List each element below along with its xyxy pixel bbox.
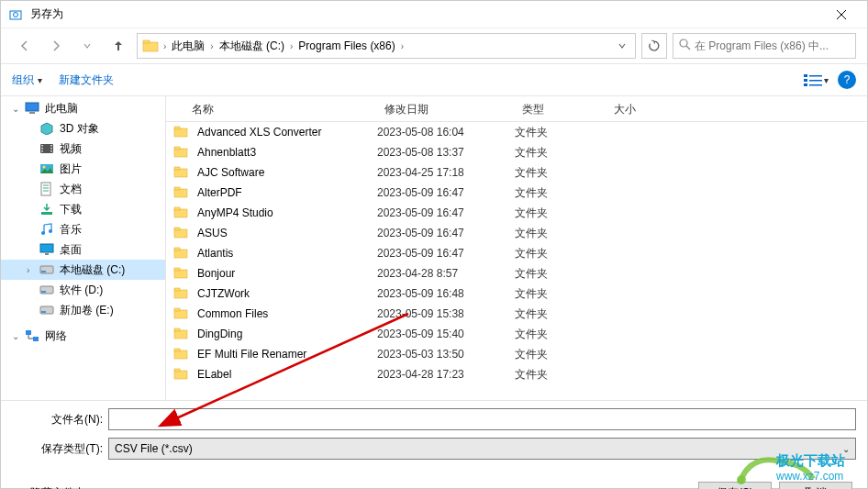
svg-rect-47 (174, 189, 187, 197)
file-type: 文件夹 (515, 246, 606, 261)
sidebar-item[interactable]: 桌面 (1, 239, 165, 260)
file-type: 文件夹 (515, 145, 606, 161)
chevron-down-icon: ▾ (38, 75, 42, 85)
svg-rect-6 (804, 74, 807, 77)
file-row[interactable]: AlterPDF2023-05-09 16:47文件夹 (166, 183, 867, 203)
breadcrumb-item[interactable]: Program Files (x86) (295, 39, 398, 52)
file-name: Atlantis (197, 247, 233, 260)
cancel-button[interactable]: 取消 (779, 482, 852, 489)
folder-icon (173, 327, 190, 342)
footer: 隐藏文件夹 保存(S) 取消 (1, 478, 867, 489)
sidebar-item-label: 音乐 (60, 222, 82, 238)
sidebar-item[interactable]: 新加卷 (E:) (1, 300, 165, 320)
sidebar-item[interactable]: 软件 (D:) (1, 280, 165, 300)
forward-button[interactable] (43, 33, 69, 59)
file-row[interactable]: Ahnenblatt32023-05-08 13:37文件夹 (166, 142, 867, 162)
file-row[interactable]: Common Files2023-05-09 15:38文件夹 (166, 304, 867, 324)
svg-rect-45 (174, 169, 187, 177)
file-type: 文件夹 (515, 286, 606, 302)
svg-rect-34 (41, 271, 46, 272)
download-icon (39, 202, 56, 217)
folder-icon (173, 286, 190, 302)
file-row[interactable]: ELabel2023-04-28 17:23文件夹 (166, 364, 867, 384)
sidebar-item[interactable]: 下载 (1, 199, 165, 219)
save-button[interactable]: 保存(S) (698, 482, 772, 489)
desktop-icon (39, 242, 56, 257)
back-button[interactable] (12, 33, 38, 59)
sidebar-item[interactable]: 音乐 (1, 219, 165, 239)
search-input[interactable] (695, 39, 850, 52)
file-row[interactable]: CJTZWork2023-05-09 16:48文件夹 (166, 283, 867, 304)
music-icon (39, 222, 56, 237)
file-name: Common Files (197, 307, 268, 320)
column-date[interactable]: 修改日期 (377, 96, 515, 121)
help-button[interactable]: ? (838, 71, 856, 89)
view-mode-button[interactable]: ▾ (801, 69, 830, 91)
column-type[interactable]: 类型 (515, 96, 606, 121)
file-row[interactable]: AJC Software2023-04-25 17:18文件夹 (166, 162, 867, 183)
close-button[interactable] (823, 2, 860, 28)
folder-icon (173, 226, 190, 241)
sidebar-item[interactable]: 图片 (1, 159, 165, 179)
sidebar-item[interactable]: ⌄此电脑 (1, 98, 165, 118)
svg-point-30 (49, 229, 52, 233)
file-row[interactable]: ASUS2023-05-09 16:47文件夹 (166, 223, 867, 243)
svg-line-5 (686, 46, 690, 50)
list-body[interactable]: Advanced XLS Converter2023-05-08 16:04文件… (166, 122, 867, 400)
file-name: ELabel (197, 368, 231, 381)
svg-rect-52 (174, 228, 180, 230)
svg-rect-10 (804, 83, 807, 86)
file-date: 2023-04-28 17:23 (377, 368, 515, 381)
organize-label: 组织 (12, 72, 34, 88)
file-name: AJC Software (197, 166, 264, 179)
file-name: EF Multi File Renamer (197, 348, 306, 361)
filetype-select[interactable]: CSV File (*.csv) ⌄ (108, 438, 856, 460)
column-name[interactable]: 名称 (166, 96, 377, 121)
file-row[interactable]: Advanced XLS Converter2023-05-08 16:04文件… (166, 122, 867, 142)
file-row[interactable]: EF Multi File Renamer2023-05-03 13:50文件夹 (166, 344, 867, 364)
file-date: 2023-04-25 17:18 (377, 166, 515, 179)
breadcrumb-dropdown[interactable] (613, 41, 631, 50)
sidebar-item[interactable]: ›本地磁盘 (C:) (1, 260, 165, 280)
sidebar-item-label: 软件 (D:) (60, 283, 103, 298)
recent-dropdown[interactable] (74, 33, 100, 59)
file-row[interactable]: Bonjour2023-04-28 8:57文件夹 (166, 263, 867, 283)
sidebar-item[interactable]: 3D 对象 (1, 118, 165, 139)
filetype-label: 保存类型(T): (12, 441, 108, 457)
sidebar-item-label: 下载 (60, 202, 82, 217)
search-box[interactable] (673, 33, 856, 59)
file-name: AnyMP4 Studio (197, 206, 273, 219)
breadcrumb[interactable]: › 此电脑 › 本地磁盘 (C:) › Program Files (x86) … (137, 33, 636, 59)
file-type: 文件夹 (515, 327, 606, 342)
sidebar-item-label: 文档 (60, 182, 82, 197)
hide-folders-label: 隐藏文件夹 (30, 485, 85, 490)
sidebar-item[interactable]: 文档 (1, 179, 165, 199)
hide-folders-toggle[interactable]: 隐藏文件夹 (16, 485, 85, 490)
svg-rect-57 (174, 290, 187, 298)
breadcrumb-item[interactable]: 本地磁盘 (C:) (216, 39, 288, 54)
breadcrumb-item[interactable]: 此电脑 (168, 39, 208, 54)
file-row[interactable]: Atlantis2023-05-09 16:47文件夹 (166, 243, 867, 263)
new-folder-button[interactable]: 新建文件夹 (59, 72, 114, 88)
folder-icon (141, 37, 160, 55)
refresh-button[interactable] (641, 33, 667, 59)
sidebar-item-label: 3D 对象 (60, 121, 99, 137)
network-icon (25, 328, 41, 343)
up-button[interactable] (106, 33, 131, 59)
column-size[interactable]: 大小 (606, 96, 680, 121)
sidebar-item[interactable]: 视频 (1, 139, 165, 159)
organize-menu[interactable]: 组织 ▾ (12, 72, 42, 88)
folder-icon (173, 266, 190, 282)
file-date: 2023-05-09 16:47 (377, 206, 515, 219)
filename-input[interactable] (108, 408, 856, 430)
file-row[interactable]: DingDing2023-05-09 15:40文件夹 (166, 324, 867, 344)
list-header: 名称 修改日期 类型 大小 (166, 96, 867, 122)
svg-rect-21 (50, 150, 52, 152)
chevron-right-icon: › (399, 41, 406, 51)
sidebar-item[interactable]: ⌄网络 (1, 326, 165, 346)
svg-rect-61 (174, 330, 187, 339)
svg-point-23 (43, 166, 46, 169)
file-row[interactable]: AnyMP4 Studio2023-05-09 16:47文件夹 (166, 203, 867, 223)
svg-rect-65 (174, 371, 187, 379)
sidebar-item-label: 此电脑 (45, 101, 78, 117)
